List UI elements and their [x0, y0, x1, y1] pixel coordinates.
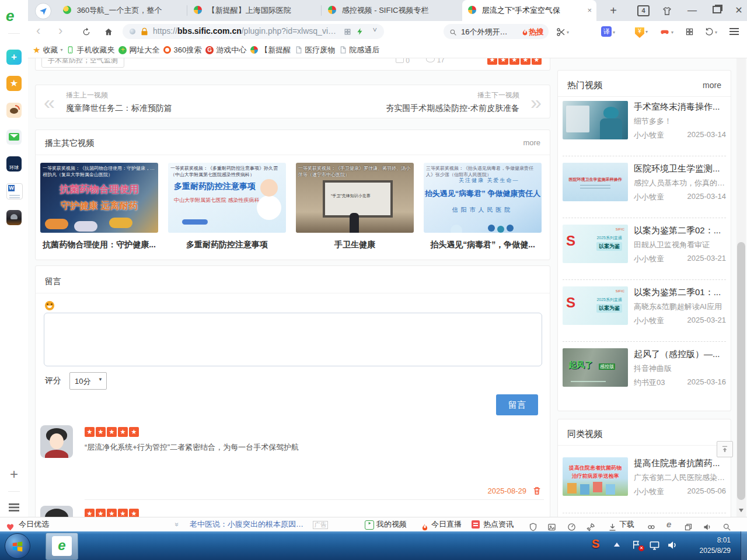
- favorites-star-icon[interactable]: ★: [6, 76, 22, 91]
- bookmark-mobile-favorites[interactable]: 手机收藏夹: [67, 45, 114, 55]
- bookmark-site-nav[interactable]: + 网址大全: [118, 45, 159, 55]
- game-center-icon[interactable]: ▾: [659, 27, 673, 37]
- video-thumbnail[interactable]: S SIFIC 2025系列直播 以案为鉴: [563, 225, 628, 263]
- sogou-tray-icon[interactable]: S: [592, 537, 599, 551]
- video-caption[interactable]: 多重耐药防控注意事项: [168, 240, 286, 250]
- volume-icon[interactable]: [666, 540, 678, 551]
- tab-sific-reminder[interactable]: 【新提醒】上海国际医院: [188, 0, 321, 21]
- video-thumbnail[interactable]: 提高住院患者抗菌药物 治疗前病原学送检率: [563, 457, 628, 496]
- tab-sific-videos[interactable]: 感控视频 - SIFIC视频专栏: [322, 0, 461, 21]
- new-tab-button[interactable]: +: [605, 0, 622, 21]
- hot-news-label[interactable]: 热点资讯: [483, 517, 514, 531]
- start-button[interactable]: [5, 533, 30, 559]
- tab-active-laminar-flow[interactable]: 层流之下“手术室空气保 ×: [462, 0, 596, 21]
- app-list-icon[interactable]: [6, 499, 22, 519]
- video-thumbnail[interactable]: S SIFIC 2025系列直播 以案为鉴: [563, 286, 628, 325]
- collapse-chevron-icon[interactable]: »: [170, 523, 184, 527]
- menu-hamburger-icon[interactable]: [729, 28, 739, 37]
- restore-button[interactable]: [706, 0, 727, 21]
- hot-video-item[interactable]: S SIFIC 2025系列直播 以案为鉴 以案为鉴第二季02：... 田靓从卫…: [558, 225, 731, 270]
- lock-warning-icon[interactable]: [140, 27, 149, 36]
- apps-grid-icon[interactable]: [685, 27, 694, 36]
- huanqiu-wangxiao-icon[interactable]: 环球网校: [6, 156, 22, 172]
- video-caption[interactable]: 抗菌药物合理使用：守护健康...: [40, 240, 158, 250]
- back-button[interactable]: ‹: [36, 21, 40, 42]
- bookmark-360-search[interactable]: 360搜索: [163, 45, 201, 55]
- comment-input[interactable]: [44, 313, 542, 366]
- emoji-picker-icon[interactable]: [45, 301, 54, 310]
- live-label[interactable]: 今日直播: [431, 517, 462, 531]
- next-chevron-icon[interactable]: [530, 92, 542, 112]
- download-label[interactable]: 下载: [619, 517, 634, 531]
- browser-e-icon[interactable]: e: [666, 517, 671, 531]
- word-doc-icon[interactable]: W: [6, 183, 23, 200]
- taskbar-360-browser-button[interactable]: e: [46, 533, 78, 560]
- mail-icon[interactable]: [6, 130, 22, 145]
- video-caption[interactable]: 抬头遇见“病毒君”，争做健...: [424, 240, 542, 250]
- page-scrollbar[interactable]: [736, 58, 746, 517]
- search-hot-text[interactable]: 16个外甥开学了: [461, 27, 515, 37]
- video-caption[interactable]: 手卫生健康: [296, 240, 414, 250]
- minimize-button[interactable]: —: [682, 0, 703, 21]
- reader-grid-icon[interactable]: [344, 27, 351, 36]
- network-icon[interactable]: [649, 540, 660, 551]
- game-app-icon[interactable]: [6, 210, 22, 225]
- close-button[interactable]: ✕: [728, 0, 747, 21]
- hot-video-item[interactable]: S SIFIC 2025系列直播 以案为鉴 以案为鉴第二季01：... 高晓东&…: [558, 286, 731, 332]
- bookmark-yuangan[interactable]: 院感通后: [339, 45, 379, 55]
- video-tag[interactable]: 手术室防控；空气监测: [41, 58, 124, 68]
- navigation-plane-icon[interactable]: [35, 3, 51, 19]
- video-rating-stars[interactable]: [487, 58, 543, 65]
- wallet-shield-icon[interactable]: ¥▾: [635, 26, 648, 38]
- news-marquee-link[interactable]: 老中医说：小腹突出的根本原因，不是胖，而是它！后悔...: [190, 517, 306, 531]
- video-thumbnail[interactable]: 医院环境卫生学监测采样操作: [563, 163, 628, 201]
- related-video-item[interactable]: 提高住院患者抗菌药物 治疗前病原学送检率 提高住院患者抗菌药... 广东省第二人…: [558, 457, 731, 503]
- site-info-icon[interactable]: [130, 29, 135, 34]
- video-thumbnail[interactable]: 三等奖获奖视频：《抬头遇见病毒君，争做健康责任人》张少莲（信阳市人民医院） 关注…: [424, 163, 542, 233]
- video-thumbnail[interactable]: 一等奖获奖视频：《多重耐药防控注意事项》孙久雲（中山大学附属第七医院感染性疾病科…: [168, 163, 286, 233]
- avatar[interactable]: [40, 506, 73, 517]
- hot-search-label[interactable]: 热搜: [529, 27, 544, 37]
- refresh-button[interactable]: [82, 27, 91, 37]
- tab-360-nav[interactable]: 360导航_一个主页，整个: [57, 0, 187, 21]
- delete-comment-trash-icon[interactable]: [532, 485, 542, 495]
- lightning-speed-icon[interactable]: [356, 26, 364, 36]
- bookmark-medical-waste[interactable]: 医疗废物: [295, 45, 335, 55]
- health-app-icon[interactable]: +: [6, 50, 22, 65]
- weibo-icon[interactable]: [6, 103, 22, 118]
- home-button[interactable]: [104, 27, 113, 37]
- rating-select[interactable]: 10分 ▼: [69, 372, 107, 390]
- url-dropdown-chevron-icon[interactable]: ˅: [372, 26, 377, 34]
- daily-picks-label[interactable]: 今日优选: [19, 517, 49, 531]
- translate-icon[interactable]: 译▾: [601, 26, 615, 37]
- tab-close-icon[interactable]: ×: [587, 0, 592, 21]
- more-link[interactable]: more: [703, 80, 721, 90]
- url-text[interactable]: https://bbs.sific.com.cn/plugin.php?id=x…: [153, 26, 340, 36]
- url-field[interactable]: https://bbs.sific.com.cn/plugin.php?id=x…: [123, 24, 384, 39]
- video-thumbnail[interactable]: [563, 101, 628, 139]
- tab-count-badge[interactable]: 4: [637, 5, 650, 16]
- bookmark-sific-reminder[interactable]: 【新提醒: [250, 45, 291, 55]
- video-thumbnail[interactable]: 起风了 感控版: [563, 348, 628, 387]
- prev-chevron-icon[interactable]: [44, 92, 55, 112]
- video-thumbnail[interactable]: 一等奖获奖视频：《抗菌药物合理使用：守护健康，远离耐药》 程韵凡（复旦大学附属金…: [40, 163, 158, 233]
- submit-comment-button[interactable]: 留言: [496, 394, 538, 415]
- show-desktop-button[interactable]: [741, 531, 747, 560]
- search-box[interactable]: 16个外甥开学了 热搜: [444, 24, 549, 39]
- bookmark-favorites[interactable]: ★ 收藏 ▾: [33, 45, 62, 55]
- undo-closed-tab-icon[interactable]: ▾: [705, 27, 717, 36]
- my-videos-label[interactable]: 我的视频: [376, 517, 407, 531]
- search-icon[interactable]: [449, 27, 457, 36]
- back-to-top-button[interactable]: [717, 441, 733, 457]
- more-link[interactable]: more: [523, 138, 540, 147]
- bookmark-game-center[interactable]: G 游戏中心: [205, 45, 246, 55]
- add-app-icon[interactable]: +: [6, 467, 22, 482]
- hot-video-item[interactable]: 医院环境卫生学监测采样操作 医院环境卫生学监测... 感控人员基本功，你真的会采…: [558, 163, 731, 208]
- tray-expand-arrow-icon[interactable]: [614, 542, 620, 547]
- avatar[interactable]: [40, 425, 73, 458]
- action-center-flag-icon[interactable]: ✕: [631, 540, 642, 550]
- prev-video-link[interactable]: 播主上一视频 魔童降世任务二：标准预防篇: [66, 90, 172, 114]
- hot-video-item[interactable]: 手术室终末消毒操作... 细节多多！ 小小牧童 2025-03-14: [558, 101, 731, 146]
- video-thumbnail[interactable]: 一等奖获奖视频：《手卫健康》罗佳谦、蒋羽婷、汤小萍等（遂宁市中心医院） “手卫”…: [296, 163, 414, 233]
- theme-skin-icon[interactable]: [658, 0, 676, 21]
